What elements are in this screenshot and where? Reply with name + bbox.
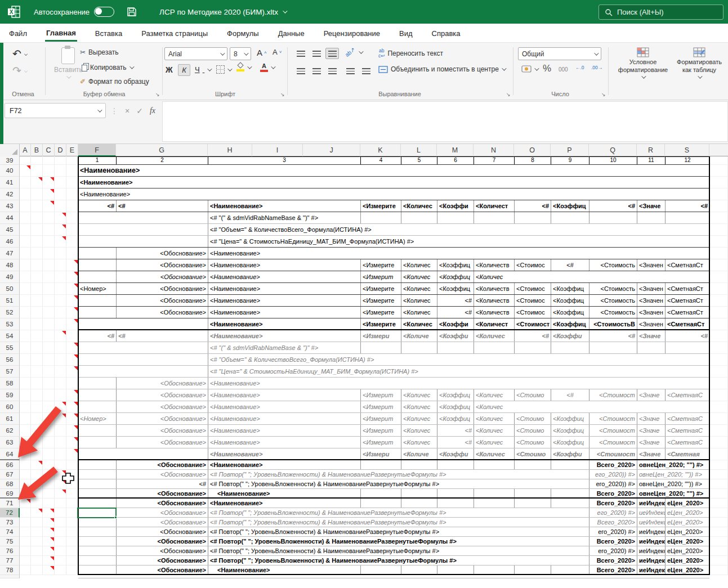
cell-H59[interactable]: <Наименование>	[208, 389, 360, 401]
cell-S73[interactable]: еЦен_2020>	[665, 518, 709, 527]
cell-L49[interactable]: <Количес	[401, 271, 437, 283]
cell-C71[interactable]	[43, 499, 55, 508]
cell-Q54[interactable]: <#	[589, 330, 637, 342]
cell-B51[interactable]	[31, 295, 43, 307]
cell-S55[interactable]	[665, 342, 709, 354]
namebox-splitter[interactable]: ⋮	[110, 106, 118, 115]
cell-C68[interactable]	[43, 479, 55, 489]
cell-T53[interactable]	[709, 318, 728, 330]
cell-B49[interactable]	[31, 271, 43, 283]
cell-Q48[interactable]: <Стоимость	[589, 259, 637, 271]
cell-R43[interactable]: <Значе	[637, 200, 665, 212]
cell-B60[interactable]	[31, 401, 43, 413]
cell-S74[interactable]: еЦен_2020>	[665, 527, 709, 537]
cell-S75[interactable]: еЦен_2020>	[665, 537, 709, 546]
cell-Q62[interactable]: <Стоимост	[589, 425, 637, 437]
cell-G73[interactable]: <Обоснование>	[116, 518, 208, 527]
cell-O50[interactable]: <Стоимос	[514, 283, 551, 295]
cell-A41[interactable]	[20, 177, 31, 188]
cell-K55[interactable]	[360, 342, 401, 354]
cell-L55[interactable]	[401, 342, 437, 354]
row-header-53[interactable]: 53	[0, 318, 20, 330]
row-header-51[interactable]: 51	[0, 295, 20, 307]
cell-N60[interactable]: <Количес	[474, 401, 514, 413]
cell-R62[interactable]: <Значе	[637, 425, 665, 437]
cell-A74[interactable]	[20, 527, 31, 537]
cell-R59[interactable]: <Значе	[637, 389, 665, 401]
cell-S62[interactable]: <СметнаяС	[665, 425, 709, 437]
cell-R52[interactable]: <Значен	[637, 307, 665, 318]
italic-button[interactable]: К	[178, 64, 190, 76]
cell-N63[interactable]: <Количес	[474, 437, 514, 448]
cell-B63[interactable]	[31, 437, 43, 448]
cell-C47[interactable]	[43, 248, 55, 259]
cell-E78[interactable]	[66, 565, 78, 575]
row-header-55[interactable]: 55	[0, 342, 20, 354]
cell-G58[interactable]: <Обоснование>	[116, 378, 208, 389]
cell-P50[interactable]: <Коэффиц	[551, 283, 589, 295]
cell-T77[interactable]	[709, 556, 728, 565]
cell-O53[interactable]: <Стоимост	[514, 318, 551, 330]
cell-Q69[interactable]: Всего_2020>	[589, 489, 637, 499]
cell-H61[interactable]: <Наименование>	[208, 413, 360, 425]
cell-N66[interactable]	[474, 460, 514, 470]
cell-O78[interactable]	[514, 565, 551, 575]
cell-O48[interactable]: <Стоимос	[514, 259, 551, 271]
cell-D49[interactable]	[55, 271, 66, 283]
cell-C56[interactable]	[43, 354, 55, 366]
cell-K71[interactable]	[360, 499, 401, 508]
cell-S63[interactable]: <СметнаяС	[665, 437, 709, 448]
orientation-button[interactable]: ab↗	[345, 49, 362, 55]
cell-D55[interactable]	[55, 342, 66, 354]
enter-icon[interactable]: ✓	[136, 106, 143, 115]
cell-T51[interactable]	[709, 295, 728, 307]
cell-H74[interactable]: <# Повтор(" "; УровеньВложенности) & Наи…	[208, 527, 589, 537]
cell-N48[interactable]: <Количеств	[474, 259, 514, 271]
cell-A58[interactable]	[20, 378, 31, 389]
cell-N50[interactable]: <Количеств	[474, 283, 514, 295]
cell-C69[interactable]	[43, 489, 55, 499]
cell-K63[interactable]: <Измерит	[360, 437, 401, 448]
increase-indent-button[interactable]	[359, 65, 373, 77]
cell-D72[interactable]	[55, 508, 66, 518]
cell-Q64[interactable]: <Стоимост	[589, 448, 637, 460]
cell-B40[interactable]	[31, 165, 43, 177]
cell-B61[interactable]	[31, 413, 43, 425]
col-header-C[interactable]: C	[43, 144, 55, 156]
tab-Справка[interactable]: Справка	[431, 25, 462, 41]
increase-decimal-button[interactable]: ←.0	[575, 65, 584, 70]
cell-A55[interactable]	[20, 342, 31, 354]
cell-G47[interactable]: <Обоснование>	[116, 248, 208, 259]
row-header-44[interactable]: 44	[0, 212, 20, 224]
cell-N71[interactable]	[474, 499, 514, 508]
cell-Q77[interactable]: Всего_2020>	[589, 556, 637, 565]
cell-F54[interactable]: <#	[78, 330, 116, 342]
cell-T48[interactable]	[709, 259, 728, 271]
row-header-56[interactable]: 56	[0, 354, 20, 366]
cell-T47[interactable]	[709, 248, 728, 259]
cell-S61[interactable]: <СметнаяС	[665, 413, 709, 425]
cell-P63[interactable]: <Коэффиц	[551, 437, 589, 448]
cell-D73[interactable]	[55, 518, 66, 527]
cell-E73[interactable]	[66, 518, 78, 527]
cell-O43[interactable]: <#	[514, 200, 551, 212]
cell-E54[interactable]	[66, 330, 78, 342]
cell-K48[interactable]: <Измерите	[360, 259, 401, 271]
cell-R73[interactable]: иеИндекс	[637, 518, 665, 527]
cell-A44[interactable]	[20, 212, 31, 224]
cell-P55[interactable]	[551, 342, 589, 354]
cell-T62[interactable]	[709, 425, 728, 437]
cell-H67[interactable]: <# Повтор(" "; УровеньВложенности) & Наи…	[208, 470, 589, 479]
cell-D75[interactable]	[55, 537, 66, 546]
grow-font-button[interactable]: А˄	[257, 48, 267, 57]
cell-C58[interactable]	[43, 378, 55, 389]
row-header-69[interactable]: 69	[0, 489, 20, 499]
cell-E43[interactable]	[66, 200, 78, 212]
cell-C55[interactable]	[43, 342, 55, 354]
cell-T57[interactable]	[709, 366, 728, 378]
cell-K49[interactable]: <Измерит	[360, 271, 401, 283]
paste-button[interactable]: Вставить	[54, 47, 83, 79]
cell-O66[interactable]	[514, 460, 551, 470]
cell-O52[interactable]: <Стоимос	[514, 307, 551, 318]
cell-D52[interactable]	[55, 307, 66, 318]
